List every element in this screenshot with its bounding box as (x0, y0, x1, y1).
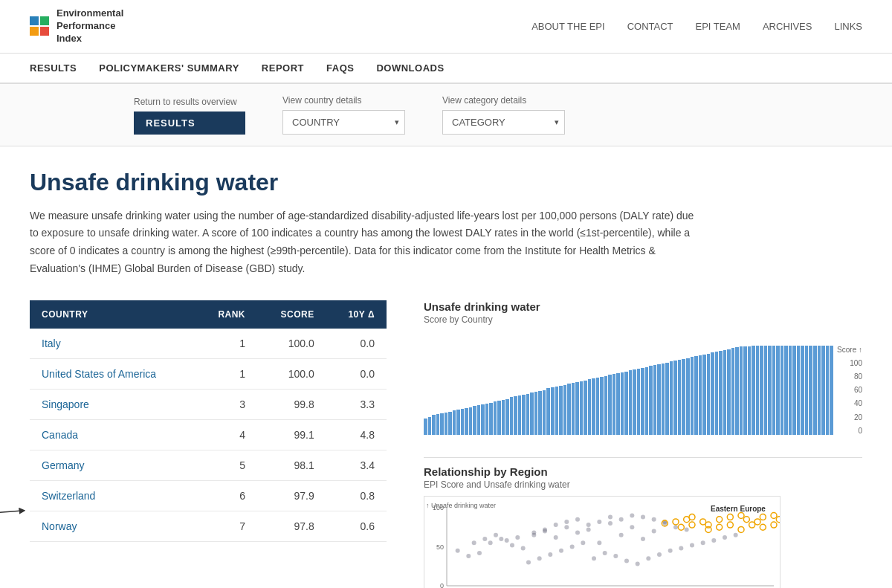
svg-point-60 (531, 530, 536, 534)
bar (784, 346, 788, 435)
table-row: Germany 5 98.1 3.4 (30, 450, 387, 480)
svg-point-99 (727, 522, 733, 528)
bar (805, 346, 809, 435)
svg-point-101 (749, 522, 755, 528)
table-cell-country[interactable]: Norway (30, 511, 196, 541)
svg-point-49 (679, 546, 683, 550)
bar (505, 399, 509, 435)
svg-point-37 (548, 552, 552, 557)
svg-point-54 (734, 533, 738, 537)
table-cell-country[interactable]: Switzerland (30, 480, 196, 511)
bar (613, 374, 616, 435)
nav-links[interactable]: LINKS (834, 21, 862, 32)
nav-about[interactable]: ABOUT THE EPI (531, 21, 605, 32)
table-cell-delta: 4.8 (326, 419, 387, 450)
nav-epi-team[interactable]: EPI TEAM (696, 21, 740, 32)
country-select[interactable]: COUNTRY (282, 110, 405, 135)
bar-chart-subtitle: Score by Country (424, 314, 862, 325)
table-cell-country[interactable]: Italy (30, 329, 196, 359)
svg-point-53 (723, 535, 727, 540)
nav-archives[interactable]: ARCHIVES (763, 21, 812, 32)
chart-divider (424, 457, 862, 458)
svg-point-19 (499, 537, 503, 541)
y-label-0: 0 (837, 427, 862, 435)
table-row: Canada 4 99.1 4.8 (30, 419, 387, 450)
table-cell-rank: 4 (196, 419, 258, 450)
svg-point-76 (673, 519, 679, 525)
bar (551, 387, 555, 435)
bar (678, 360, 682, 435)
svg-point-39 (570, 544, 575, 549)
svg-point-45 (636, 561, 640, 566)
bar (428, 417, 432, 435)
y-label-60: 60 (837, 386, 862, 394)
table-cell-delta: 0.8 (326, 480, 387, 511)
table-cell-score: 100.0 (257, 358, 326, 389)
bar (723, 350, 727, 435)
table-cell-rank: 6 (196, 480, 258, 511)
svg-point-38 (559, 549, 563, 553)
bar (575, 382, 579, 435)
bar (526, 394, 530, 435)
svg-point-57 (494, 533, 498, 537)
bar (645, 367, 649, 435)
bar (792, 346, 796, 435)
bar (768, 346, 772, 435)
bar (546, 388, 550, 434)
top-nav: ABOUT THE EPI CONTACT EPI TEAM ARCHIVES … (531, 21, 862, 32)
country-control: View country details COUNTRY ▾ (282, 95, 405, 135)
svg-point-35 (526, 560, 531, 564)
category-select[interactable]: CATEGORY (442, 110, 565, 135)
table-cell-country[interactable]: United States of America (30, 358, 196, 389)
svg-point-67 (608, 514, 613, 519)
bar (789, 346, 792, 435)
table-cell-country[interactable]: Canada (30, 419, 196, 450)
bar (588, 379, 592, 434)
main-nav-downloads[interactable]: DOWNLOADS (376, 62, 444, 74)
country-label: View country details (282, 95, 405, 106)
bar (624, 372, 628, 435)
bar (711, 352, 714, 434)
bar (604, 376, 608, 435)
table-cell-country[interactable]: Singapore (30, 389, 196, 419)
svg-point-18 (488, 540, 493, 545)
bar-chart-section: Unsafe drinking water Score by Country S… (424, 300, 862, 435)
data-table: COUNTRY RANK SCORE 10Y Δ Italy 1 100.0 0… (30, 300, 387, 542)
bar (702, 355, 706, 435)
results-button[interactable]: RESULTS (134, 112, 245, 135)
bar-chart-bars (424, 346, 833, 435)
scatter-chart-subtitle: EPI Score and Unsafe drinking water (424, 479, 862, 490)
svg-point-61 (543, 527, 547, 532)
bar (752, 346, 755, 435)
main-nav-results[interactable]: RESULTS (30, 62, 77, 74)
svg-point-42 (603, 551, 607, 555)
main-nav-report[interactable]: REPORT (262, 62, 304, 74)
main-nav-policymakers[interactable]: POLICYMAKERS' SUMMARY (99, 62, 239, 74)
controls-bar: Return to results overview RESULTS View … (0, 84, 892, 146)
bar (616, 373, 620, 435)
table-cell-country[interactable]: Germany (30, 450, 196, 480)
bar-y-axis: Score ↑ 100 80 60 40 20 0 (833, 346, 862, 435)
svg-point-44 (624, 558, 629, 563)
bar (522, 395, 526, 435)
bar (445, 413, 448, 435)
bar (740, 346, 743, 435)
bar (764, 346, 768, 435)
bar (731, 348, 735, 434)
scatter-chart-section: Relationship by Region EPI Score and Uns… (424, 465, 862, 588)
y-label-20: 20 (837, 413, 862, 421)
bar (629, 370, 633, 434)
bar (760, 346, 763, 435)
y-label-80: 80 (837, 372, 862, 381)
results-control: Return to results overview RESULTS (134, 97, 245, 135)
svg-point-31 (630, 525, 634, 529)
nav-contact[interactable]: CONTACT (627, 21, 673, 32)
svg-point-88 (776, 517, 780, 523)
bar (727, 349, 731, 435)
bar (485, 404, 489, 435)
svg-point-68 (619, 517, 624, 522)
svg-point-51 (701, 540, 705, 545)
svg-point-17 (477, 551, 482, 555)
bar (719, 351, 723, 435)
main-nav-faqs[interactable]: FAQS (326, 62, 354, 74)
